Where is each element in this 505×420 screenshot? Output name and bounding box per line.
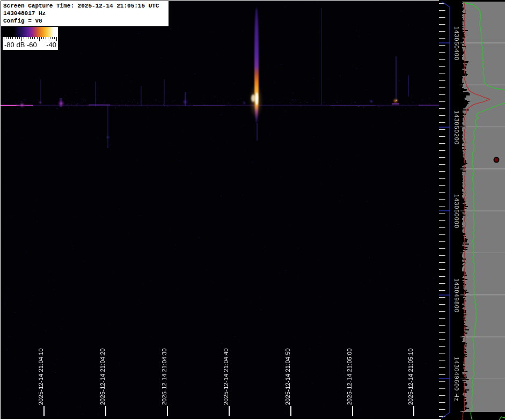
- time-tick: [352, 406, 353, 416]
- frequency-axis-label: 143049600 Hz: [453, 357, 460, 402]
- colorbar-tick: [17, 37, 18, 39]
- waterfall-noise-canvas: [0, 0, 439, 420]
- spectrum-plot: [460, 0, 505, 420]
- spectrum-side-panel: [460, 0, 505, 420]
- colorbar-tick: [12, 37, 13, 39]
- spectrogram-screen-capture: 2025-12-14 21:04:102025-12-14 21:04:2020…: [0, 0, 505, 420]
- colorbar-label-right: -40: [46, 41, 56, 49]
- colorbar-tick: [43, 37, 44, 39]
- colorbar-tick: [26, 37, 26, 39]
- colorbar-tick: [8, 37, 9, 39]
- colorbar-tick: [10, 37, 11, 39]
- marker-dot: [494, 158, 499, 163]
- time-axis-label: 2025-12-14 21:04:50: [284, 348, 291, 405]
- time-axis-label: 2025-12-14 21:04:40: [223, 348, 229, 405]
- colorbar-tick: [41, 37, 42, 39]
- window-border-top: [0, 0, 439, 1]
- time-axis-label: 2025-12-14 21:04:10: [38, 348, 44, 405]
- colorbar-tick: [50, 37, 50, 39]
- colorbar-tick: [28, 37, 28, 39]
- frequency-axis-label: 143049800: [453, 278, 460, 313]
- frequency-axis-label: 143050000: [453, 194, 460, 229]
- window-border-left: [0, 0, 1, 420]
- config-text: Config = V8: [3, 17, 169, 25]
- colorbar-tick: [19, 37, 20, 39]
- time-axis-label: 2025-12-14 21:04:30: [161, 348, 167, 405]
- colorbar-tick: [34, 37, 35, 39]
- time-axis-label: 2025-12-14 21:04:20: [99, 348, 106, 405]
- colorbar-legend: -80 dB -60 -40: [3, 27, 58, 50]
- colorbar-tick: [24, 37, 24, 39]
- frequency-axis: 1430504001430502001430500001430498001430…: [439, 0, 460, 420]
- meteor-echo-core: [255, 92, 258, 105]
- time-tick: [105, 406, 106, 416]
- colorbar-tick: [30, 37, 31, 39]
- time-tick: [167, 406, 168, 416]
- colorbar-tick: [37, 37, 38, 39]
- time-tick: [290, 406, 291, 416]
- colorbar-gradient: [3, 27, 58, 37]
- colorbar-labels: -80 dB -60 -40: [4, 41, 56, 49]
- capture-info-overlay: Screen Capture Time: 2025-12-14 21:05:15…: [1, 1, 169, 26]
- center-frequency-text: 143048017 Hz: [3, 10, 169, 17]
- time-axis-label: 2025-12-14 21:05:10: [407, 348, 414, 405]
- spectrogram-waterfall: 2025-12-14 21:04:102025-12-14 21:04:2020…: [0, 0, 439, 420]
- time-axis-label: 2025-12-14 21:05:00: [346, 348, 353, 405]
- colorbar-tick: [56, 37, 57, 41]
- capture-time-text: Screen Capture Time: 2025-12-14 21:05:15…: [3, 2, 169, 10]
- frequency-axis-label: 143050200: [453, 110, 460, 145]
- colorbar-tick: [52, 37, 53, 39]
- time-tick: [413, 406, 414, 416]
- colorbar-tick: [6, 37, 6, 39]
- colorbar-label-left: -80 dB -60: [4, 41, 37, 49]
- time-tick: [43, 406, 45, 416]
- colorbar-tick: [48, 37, 48, 39]
- colorbar-tick: [32, 37, 33, 39]
- colorbar-tick: [15, 37, 16, 39]
- colorbar-tick: [46, 37, 46, 39]
- time-tick: [229, 406, 230, 416]
- colorbar-tick: [54, 37, 55, 39]
- meteor-echo-sidelobe: [251, 94, 255, 102]
- frequency-axis-label: 143050400: [453, 26, 460, 61]
